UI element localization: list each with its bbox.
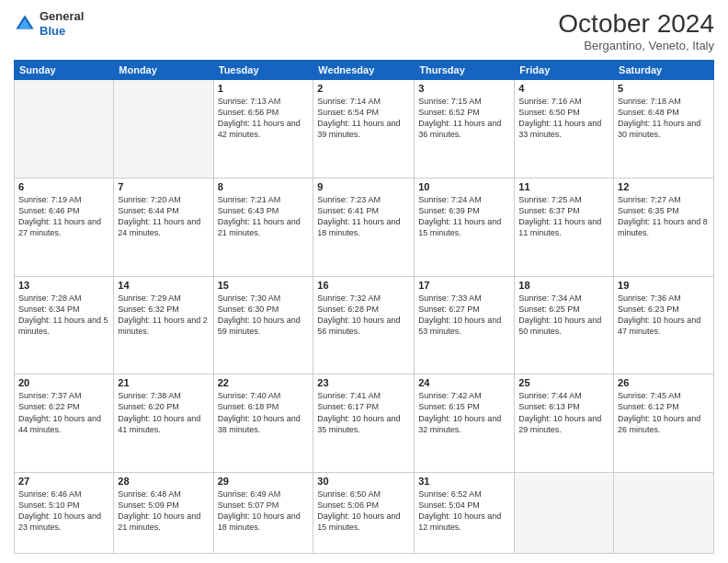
logo-blue: Blue: [40, 24, 84, 39]
calendar-cell: 6Sunrise: 7:19 AMSunset: 6:46 PMDaylight…: [15, 178, 114, 276]
day-info: Sunrise: 7:24 AMSunset: 6:39 PMDaylight:…: [418, 194, 510, 239]
day-info: Sunrise: 6:50 AMSunset: 5:06 PMDaylight:…: [317, 488, 410, 534]
day-number: 20: [18, 377, 109, 388]
day-number: 7: [118, 181, 209, 192]
day-number: 22: [218, 377, 310, 388]
day-number: 31: [418, 476, 510, 487]
header-monday: Monday: [114, 61, 213, 80]
day-info: Sunrise: 7:44 AMSunset: 6:13 PMDaylight:…: [518, 390, 609, 435]
calendar-cell: 27Sunrise: 6:46 AMSunset: 5:10 PMDayligh…: [15, 473, 114, 554]
calendar-cell: 19Sunrise: 7:36 AMSunset: 6:23 PMDayligh…: [614, 276, 714, 374]
day-number: 12: [618, 181, 710, 192]
day-number: 13: [18, 280, 109, 291]
calendar-cell: 14Sunrise: 7:29 AMSunset: 6:32 PMDayligh…: [114, 276, 213, 374]
day-info: Sunrise: 7:30 AMSunset: 6:30 PMDaylight:…: [218, 293, 310, 338]
day-number: 18: [518, 280, 609, 291]
calendar-cell: 31Sunrise: 6:52 AMSunset: 5:04 PMDayligh…: [415, 473, 515, 554]
day-number: 27: [18, 476, 109, 487]
day-info: Sunrise: 7:27 AMSunset: 6:35 PMDaylight:…: [618, 194, 710, 239]
day-number: 14: [118, 280, 209, 291]
day-info: Sunrise: 7:36 AMSunset: 6:23 PMDaylight:…: [618, 293, 710, 338]
calendar-cell: 16Sunrise: 7:32 AMSunset: 6:28 PMDayligh…: [313, 276, 415, 374]
day-number: 29: [218, 476, 310, 487]
calendar-cell: 30Sunrise: 6:50 AMSunset: 5:06 PMDayligh…: [313, 473, 415, 554]
day-number: 26: [618, 377, 710, 388]
day-info: Sunrise: 7:20 AMSunset: 6:44 PMDaylight:…: [118, 194, 209, 239]
day-number: 30: [317, 476, 410, 487]
calendar-cell: 22Sunrise: 7:40 AMSunset: 6:18 PMDayligh…: [213, 374, 313, 473]
header-friday: Friday: [515, 61, 614, 80]
calendar-table: Sunday Monday Tuesday Wednesday Thursday…: [14, 60, 714, 554]
calendar-cell: 25Sunrise: 7:44 AMSunset: 6:13 PMDayligh…: [515, 374, 614, 473]
calendar-cell: 28Sunrise: 6:48 AMSunset: 5:09 PMDayligh…: [114, 473, 213, 554]
day-info: Sunrise: 6:46 AMSunset: 5:10 PMDaylight:…: [18, 488, 109, 534]
calendar-cell: 12Sunrise: 7:27 AMSunset: 6:35 PMDayligh…: [614, 178, 714, 276]
day-info: Sunrise: 7:18 AMSunset: 6:48 PMDaylight:…: [618, 96, 710, 141]
calendar-cell: 23Sunrise: 7:41 AMSunset: 6:17 PMDayligh…: [313, 374, 415, 473]
day-info: Sunrise: 7:38 AMSunset: 6:20 PMDaylight:…: [118, 390, 209, 435]
calendar-cell: 10Sunrise: 7:24 AMSunset: 6:39 PMDayligh…: [415, 178, 515, 276]
day-number: 23: [317, 377, 410, 388]
calendar-cell: 18Sunrise: 7:34 AMSunset: 6:25 PMDayligh…: [515, 276, 614, 374]
calendar-cell: 17Sunrise: 7:33 AMSunset: 6:27 PMDayligh…: [415, 276, 515, 374]
logo: General Blue: [14, 9, 84, 38]
header-sunday: Sunday: [15, 61, 114, 80]
day-number: 4: [518, 83, 609, 94]
day-info: Sunrise: 7:41 AMSunset: 6:17 PMDaylight:…: [317, 390, 410, 435]
day-number: 24: [418, 377, 510, 388]
day-number: 19: [618, 280, 710, 291]
day-info: Sunrise: 7:33 AMSunset: 6:27 PMDaylight:…: [418, 293, 510, 338]
calendar-cell: 9Sunrise: 7:23 AMSunset: 6:41 PMDaylight…: [313, 178, 415, 276]
location: Bergantino, Veneto, Italy: [558, 39, 714, 52]
day-info: Sunrise: 7:37 AMSunset: 6:22 PMDaylight:…: [18, 390, 109, 435]
header-thursday: Thursday: [415, 61, 515, 80]
day-info: Sunrise: 7:32 AMSunset: 6:28 PMDaylight:…: [317, 293, 410, 338]
calendar-cell: 13Sunrise: 7:28 AMSunset: 6:34 PMDayligh…: [15, 276, 114, 374]
day-number: 15: [218, 280, 310, 291]
day-number: 21: [118, 377, 209, 388]
day-info: Sunrise: 7:42 AMSunset: 6:15 PMDaylight:…: [418, 390, 510, 435]
day-info: Sunrise: 6:52 AMSunset: 5:04 PMDaylight:…: [418, 488, 510, 534]
calendar-cell: [114, 80, 213, 178]
day-number: 8: [218, 181, 310, 192]
day-info: Sunrise: 7:16 AMSunset: 6:50 PMDaylight:…: [518, 96, 609, 141]
header-tuesday: Tuesday: [213, 61, 313, 80]
day-info: Sunrise: 7:14 AMSunset: 6:54 PMDaylight:…: [317, 96, 410, 141]
day-info: Sunrise: 7:34 AMSunset: 6:25 PMDaylight:…: [518, 293, 609, 338]
logo-text: General Blue: [40, 9, 84, 38]
calendar-header-row: Sunday Monday Tuesday Wednesday Thursday…: [15, 61, 714, 80]
day-info: Sunrise: 7:28 AMSunset: 6:34 PMDaylight:…: [18, 293, 109, 338]
calendar-cell: 15Sunrise: 7:30 AMSunset: 6:30 PMDayligh…: [213, 276, 313, 374]
calendar-cell: 2Sunrise: 7:14 AMSunset: 6:54 PMDaylight…: [313, 80, 415, 178]
day-number: 28: [118, 476, 209, 487]
calendar-cell: 7Sunrise: 7:20 AMSunset: 6:44 PMDaylight…: [114, 178, 213, 276]
day-number: 3: [418, 83, 510, 94]
calendar-cell: 5Sunrise: 7:18 AMSunset: 6:48 PMDaylight…: [614, 80, 714, 178]
day-info: Sunrise: 6:49 AMSunset: 5:07 PMDaylight:…: [218, 488, 310, 534]
calendar-cell: [614, 473, 714, 554]
calendar-cell: 20Sunrise: 7:37 AMSunset: 6:22 PMDayligh…: [15, 374, 114, 473]
day-number: 11: [518, 181, 609, 192]
calendar-cell: 24Sunrise: 7:42 AMSunset: 6:15 PMDayligh…: [415, 374, 515, 473]
header-saturday: Saturday: [614, 61, 714, 80]
calendar-cell: [515, 473, 614, 554]
calendar-cell: 4Sunrise: 7:16 AMSunset: 6:50 PMDaylight…: [515, 80, 614, 178]
day-number: 1: [218, 83, 310, 94]
day-info: Sunrise: 7:21 AMSunset: 6:43 PMDaylight:…: [218, 194, 310, 239]
logo-general: General: [40, 9, 84, 24]
calendar-cell: 11Sunrise: 7:25 AMSunset: 6:37 PMDayligh…: [515, 178, 614, 276]
day-info: Sunrise: 7:13 AMSunset: 6:56 PMDaylight:…: [218, 96, 310, 141]
day-info: Sunrise: 7:23 AMSunset: 6:41 PMDaylight:…: [317, 194, 410, 239]
month-title: October 2024: [558, 9, 714, 39]
day-number: 10: [418, 181, 510, 192]
page: General Blue October 2024 Bergantino, Ve…: [0, 0, 728, 563]
day-number: 5: [618, 83, 710, 94]
day-number: 2: [317, 83, 410, 94]
day-info: Sunrise: 6:48 AMSunset: 5:09 PMDaylight:…: [118, 488, 209, 534]
day-number: 9: [317, 181, 410, 192]
header-wednesday: Wednesday: [313, 61, 415, 80]
calendar-cell: 1Sunrise: 7:13 AMSunset: 6:56 PMDaylight…: [213, 80, 313, 178]
calendar-cell: 3Sunrise: 7:15 AMSunset: 6:52 PMDaylight…: [415, 80, 515, 178]
day-number: 6: [18, 181, 109, 192]
day-info: Sunrise: 7:25 AMSunset: 6:37 PMDaylight:…: [518, 194, 609, 239]
